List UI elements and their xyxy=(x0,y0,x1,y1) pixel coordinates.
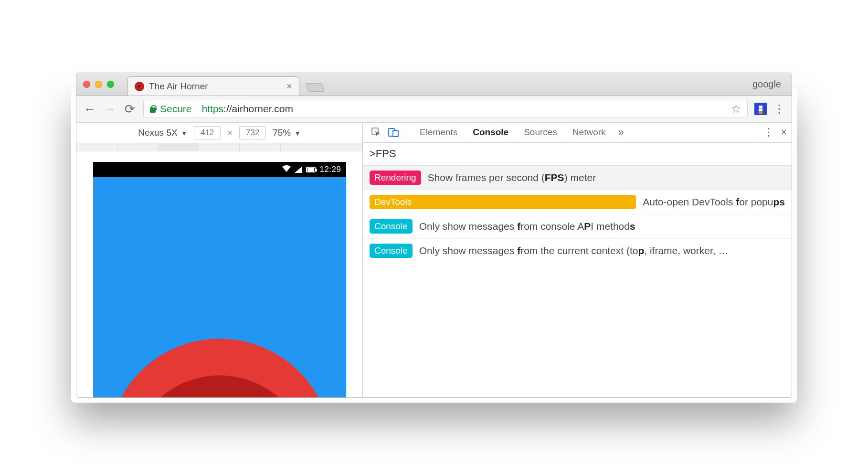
devtools-tabbar: Elements Console Sources Network » ⋮ × xyxy=(363,123,792,143)
separator xyxy=(407,126,407,139)
command-menu-item-label: Only show messages from the current cont… xyxy=(419,245,729,256)
window-zoom-button[interactable] xyxy=(107,81,114,88)
inspect-element-button[interactable] xyxy=(368,124,385,141)
dimension-by-label: × xyxy=(227,128,233,138)
tab-close-button[interactable]: × xyxy=(286,81,292,92)
responsive-ruler[interactable] xyxy=(76,143,362,151)
command-menu-query: >FPS xyxy=(370,148,396,160)
command-menu-input[interactable]: >FPS xyxy=(363,143,792,166)
url-host: ://airhorner.com xyxy=(223,103,293,114)
category-badge: Rendering xyxy=(370,171,421,185)
category-badge: Console xyxy=(370,244,413,258)
secure-label: Secure xyxy=(160,103,192,115)
separator xyxy=(756,126,756,139)
tab-network[interactable]: Network xyxy=(565,123,614,142)
command-menu-item[interactable]: ConsoleOnly show messages from the curre… xyxy=(363,239,792,263)
device-emulation-pane: Nexus 5X ▼ 412 × 732 75% ▼ xyxy=(76,123,363,397)
forward-button[interactable]: → xyxy=(103,102,116,117)
security-indicator[interactable]: Secure xyxy=(149,103,192,115)
separator xyxy=(197,103,197,115)
device-width-input[interactable]: 412 xyxy=(194,126,221,139)
device-name: Nexus 5X xyxy=(138,128,177,138)
emulated-device-screen: 12:29 xyxy=(93,162,346,397)
lock-icon xyxy=(149,105,156,113)
back-button[interactable]: ← xyxy=(83,102,96,117)
status-time: 12:29 xyxy=(319,165,341,174)
window-titlebar: The Air Horner × google xyxy=(76,73,792,96)
svg-rect-2 xyxy=(393,130,398,137)
url-scheme: https xyxy=(202,103,224,114)
tab-sources[interactable]: Sources xyxy=(516,123,565,142)
zoom-select[interactable]: 75% ▼ xyxy=(273,128,301,138)
browser-window: The Air Horner × google ← → ⟳ Secure htt… xyxy=(76,73,792,398)
bookmark-star-icon[interactable]: ☆ xyxy=(731,102,741,116)
favicon-icon xyxy=(135,82,144,91)
tab-elements[interactable]: Elements xyxy=(412,123,465,142)
command-menu-results: RenderingShow frames per second (FPS) me… xyxy=(363,166,792,263)
device-toolbar: Nexus 5X ▼ 412 × 732 75% ▼ xyxy=(76,123,362,143)
toggle-device-toolbar-button[interactable] xyxy=(385,124,402,141)
command-menu-item-label: Show frames per second (FPS) meter xyxy=(428,172,596,183)
window-minimize-button[interactable] xyxy=(95,81,102,88)
reload-button[interactable]: ⟳ xyxy=(123,102,137,117)
profile-label[interactable]: google xyxy=(752,79,785,90)
window-controls xyxy=(83,81,114,88)
tab-console[interactable]: Console xyxy=(465,123,516,142)
chevron-down-icon: ▼ xyxy=(293,130,300,137)
android-status-bar: 12:29 xyxy=(93,162,346,177)
cellular-signal-icon xyxy=(295,166,302,173)
tab-title: The Air Horner xyxy=(149,81,282,92)
window-close-button[interactable] xyxy=(83,81,90,88)
emulated-viewport[interactable]: 12:29 xyxy=(76,151,362,397)
lighthouse-extension-icon[interactable] xyxy=(754,103,767,115)
device-select[interactable]: Nexus 5X ▼ xyxy=(138,128,187,138)
more-tabs-button[interactable]: » xyxy=(614,126,629,139)
content-area: Nexus 5X ▼ 412 × 732 75% ▼ xyxy=(76,123,792,397)
command-menu-item[interactable]: RenderingShow frames per second (FPS) me… xyxy=(363,166,792,190)
address-bar[interactable]: Secure https://airhorner.com ☆ xyxy=(143,100,748,118)
devtools-pane: Elements Console Sources Network » ⋮ × >… xyxy=(363,123,792,397)
wifi-icon xyxy=(282,165,291,174)
browser-tab[interactable]: The Air Horner × xyxy=(127,76,299,96)
command-menu-item[interactable]: DevToolsAuto-open DevTools for popups xyxy=(363,190,792,214)
command-menu-item-label: Only show messages from console API meth… xyxy=(419,221,635,232)
devtools-menu-button[interactable]: ⋮ xyxy=(761,126,776,139)
command-menu-item-label: Auto-open DevTools for popups xyxy=(643,196,785,208)
new-tab-button[interactable] xyxy=(306,83,325,92)
browser-toolbar: ← → ⟳ Secure https://airhorner.com ☆ ⋮ xyxy=(76,96,792,123)
command-menu-item[interactable]: ConsoleOnly show messages from console A… xyxy=(363,214,792,239)
category-badge: Console xyxy=(370,219,413,234)
devtools-close-button[interactable]: × xyxy=(776,126,792,139)
browser-menu-button[interactable]: ⋮ xyxy=(773,102,785,116)
battery-icon xyxy=(306,167,316,172)
chevron-down-icon: ▼ xyxy=(180,130,187,137)
device-height-input[interactable]: 732 xyxy=(239,126,266,139)
category-badge: DevTools xyxy=(370,195,636,209)
zoom-value: 75% xyxy=(273,128,291,138)
url-text: https://airhorner.com xyxy=(202,103,293,115)
